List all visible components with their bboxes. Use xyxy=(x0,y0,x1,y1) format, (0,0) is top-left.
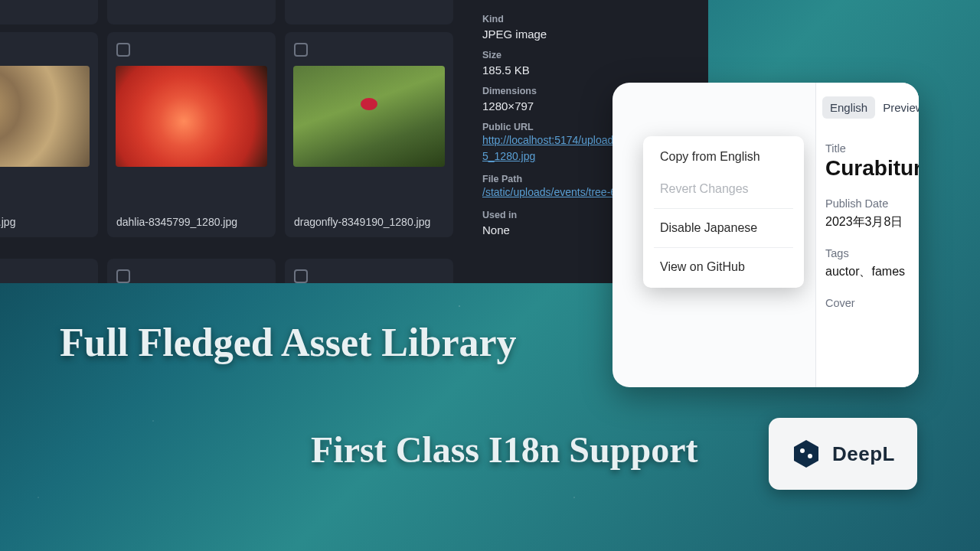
asset-checkbox[interactable] xyxy=(116,43,130,57)
menu-divider xyxy=(654,208,793,209)
field-tags-label: Tags xyxy=(825,247,919,259)
menu-view-on-github[interactable]: View on GitHub xyxy=(643,251,804,283)
asset-thumbnail[interactable] xyxy=(116,66,267,167)
svg-point-5 xyxy=(808,454,812,458)
asset-filename: dragonfly-8349190_1280.jpg xyxy=(291,216,447,231)
menu-divider xyxy=(654,247,793,248)
asset-filename: dahlia-8345799_1280.jpg xyxy=(113,216,270,231)
detail-size-label: Size xyxy=(482,50,698,60)
svg-marker-3 xyxy=(794,440,818,468)
svg-point-4 xyxy=(800,448,805,453)
menu-copy-from-english[interactable]: Copy from English xyxy=(643,141,804,173)
asset-card[interactable]: 24516_1280.jpg xyxy=(0,32,98,237)
field-title-value: Curabitur xyxy=(825,156,919,181)
tab-preview[interactable]: Preview xyxy=(875,96,919,119)
field-tags-value: auctor、fames xyxy=(825,264,919,280)
asset-card[interactable] xyxy=(285,259,453,283)
menu-disable-japanese[interactable]: Disable Japanese xyxy=(643,212,804,244)
asset-checkbox[interactable] xyxy=(116,269,130,283)
deepl-logo-icon xyxy=(791,439,822,469)
headline-i18n-support: First Class I18n Support xyxy=(311,429,697,471)
asset-grid: 24516_1280.jpg dahlia-8345799_1280.jpg d… xyxy=(0,0,463,283)
headline-asset-library: Full Fledged Asset Library xyxy=(60,320,517,365)
asset-filename: 24516_1280.jpg xyxy=(0,216,92,231)
asset-checkbox[interactable] xyxy=(294,269,308,283)
asset-checkbox[interactable] xyxy=(294,43,308,57)
asset-card[interactable]: dahlia-8345799_1280.jpg xyxy=(107,32,276,237)
deepl-badge: DeepL xyxy=(769,418,917,490)
asset-card[interactable] xyxy=(0,259,98,283)
asset-card[interactable] xyxy=(285,0,453,24)
context-menu: Copy from English Revert Changes Disable… xyxy=(643,136,804,288)
asset-thumbnail[interactable] xyxy=(0,66,90,167)
asset-card[interactable] xyxy=(107,259,276,283)
detail-kind-value: JPEG image xyxy=(482,28,698,41)
deepl-name: DeepL xyxy=(832,442,895,466)
asset-library-panel: 24516_1280.jpg dahlia-8345799_1280.jpg d… xyxy=(0,0,708,283)
tab-english[interactable]: English xyxy=(822,96,875,119)
menu-revert-changes: Revert Changes xyxy=(643,173,804,205)
field-cover-label: Cover xyxy=(825,297,919,309)
preview-pane: English Preview Title Curabitur Publish … xyxy=(815,83,919,387)
detail-size-value: 185.5 KB xyxy=(482,64,698,77)
asset-card[interactable]: dragonfly-8349190_1280.jpg xyxy=(285,32,453,237)
field-title-label: Title xyxy=(825,142,919,155)
i18n-editor-panel: Copy from English Revert Changes Disable… xyxy=(612,83,919,387)
asset-thumbnail[interactable] xyxy=(293,66,445,167)
field-publish-date-label: Publish Date xyxy=(825,197,919,210)
asset-card[interactable] xyxy=(0,0,98,24)
asset-card[interactable] xyxy=(107,0,276,24)
field-publish-date-value: 2023年3月8日 xyxy=(825,214,919,230)
detail-kind-label: Kind xyxy=(482,14,698,24)
